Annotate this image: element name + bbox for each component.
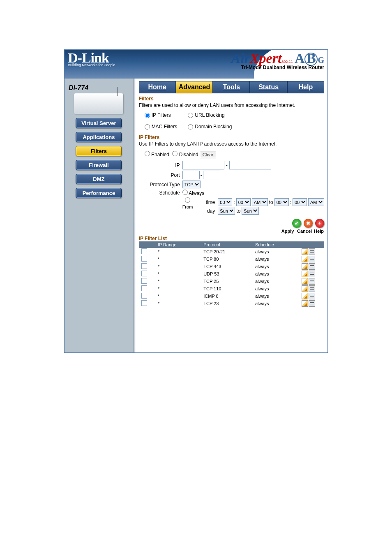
cell-ip: * [155,292,201,300]
label-port: Port [139,172,182,178]
tab-advanced[interactable]: Advanced [176,81,213,93]
radio-ip-filters[interactable]: IP Filters [145,112,178,118]
cancel-button[interactable]: ✖ [304,219,313,228]
row-checkbox[interactable] [141,263,147,269]
edit-icon[interactable] [302,278,308,285]
sidebar-item-dmz[interactable]: DMZ [76,174,122,184]
ip-filter-list-title: IP Filter List [139,236,324,241]
select-time-to-ampm[interactable]: AM [308,198,324,206]
delete-icon[interactable] [309,293,315,299]
product-word-air: Air [231,51,250,66]
radio-mac-filters[interactable]: MAC Filters [145,124,178,130]
tab-home[interactable]: Home [139,81,176,93]
cell-ip: * [155,263,201,270]
row-checkbox[interactable] [141,285,147,291]
edit-icon[interactable] [302,256,308,262]
select-time-to-min[interactable]: 00 [293,198,307,206]
select-time-from-hour[interactable]: 00 [218,198,232,206]
tab-tools[interactable]: Tools [213,81,250,93]
label-protocol: Protocol Type [139,182,182,188]
row-checkbox[interactable] [141,271,147,276]
cell-schedule: always [253,285,299,292]
delete-icon[interactable] [309,300,315,307]
time-to-label: to [269,199,273,205]
sidebar-item-virtual-server[interactable]: Virtual Server [76,118,122,128]
check-icon: ✔ [295,220,299,226]
radio-mac-filters-label: MAC Filters [152,124,178,130]
row-checkbox[interactable] [141,256,147,262]
input-ip-start[interactable] [182,161,224,169]
row-checkbox[interactable] [141,278,147,284]
col-protocol: Protocol [201,241,253,248]
row-checkbox[interactable] [141,293,147,299]
help-button[interactable]: + [315,219,324,228]
sidebar-item-filters[interactable]: Filters [76,146,122,156]
edit-icon[interactable] [302,285,308,292]
radio-url-blocking-label: URL Blocking [195,112,224,118]
edit-icon[interactable] [302,263,308,270]
radio-domain-blocking-input[interactable] [188,124,193,130]
radio-domain-blocking[interactable]: Domain Blocking [188,124,232,130]
row-checkbox[interactable] [141,300,147,306]
apply-button[interactable]: ✔ [292,219,301,228]
section-ipfilters-title: IP Filters [139,134,324,140]
port-dash: - [200,172,203,178]
radio-url-blocking[interactable]: URL Blocking [188,112,232,118]
radio-ip-filters-input[interactable] [145,113,150,118]
cell-protocol: TCP 80 [201,255,253,263]
radio-sched-always[interactable]: Always [182,190,205,196]
sidebar-item-firewall[interactable]: Firewall [76,160,122,170]
sidebar-item-performance[interactable]: Performance [76,188,122,198]
cancel-label: Cancel [297,229,311,234]
router-admin-window: D-Link Building Networks for People Air … [64,49,328,353]
select-time-from-ampm[interactable]: AM [252,198,268,206]
table-row: *TCP 20-21always [139,248,324,255]
select-day-to[interactable]: Sun [242,207,259,215]
sidebar-item-applications[interactable]: Applications [76,132,122,142]
radio-sched-always-input[interactable] [182,190,188,195]
select-protocol[interactable]: TCP [182,181,201,188]
select-time-to-hour[interactable]: 00 [274,198,289,206]
radio-url-blocking-input[interactable] [188,113,193,118]
table-row: *TCP 443always [139,263,324,270]
delete-icon[interactable] [309,248,315,255]
edit-icon[interactable] [302,271,308,277]
select-day-from[interactable]: Sun [218,207,235,215]
delete-icon[interactable] [309,271,315,277]
cell-protocol: TCP 23 [201,300,253,307]
delete-icon[interactable] [309,256,315,262]
radio-enabled[interactable]: Enabled [145,152,169,158]
ip-dash: - [224,162,229,168]
x-icon: ✖ [306,220,310,226]
delete-icon[interactable] [309,278,315,285]
delete-icon[interactable] [309,285,315,292]
input-port-end[interactable] [203,171,220,179]
cell-ip: * [155,285,201,292]
radio-disabled[interactable]: Disabled [172,152,198,158]
col-ip-range: IP Range [155,241,201,248]
select-time-from-min[interactable]: 00 [236,198,251,206]
radio-enabled-input[interactable] [145,151,150,156]
top-tabs: Home Advanced Tools Status Help [139,81,324,93]
tab-help[interactable]: Help [287,81,324,93]
cell-schedule: always [253,270,299,278]
cell-protocol: ICMP 8 [201,292,253,300]
edit-icon[interactable] [302,300,308,307]
radio-sched-from-input[interactable] [185,197,190,203]
radio-disabled-label: Disabled [179,152,198,158]
tab-status[interactable]: Status [250,81,287,93]
input-port-start[interactable] [182,171,200,179]
radio-disabled-input[interactable] [172,151,178,156]
edit-icon[interactable] [302,248,308,255]
table-row: *TCP 110always [139,285,324,292]
clear-button[interactable]: Clear [200,151,216,158]
brand-logo: D-Link [68,52,115,64]
row-checkbox[interactable] [141,248,147,254]
input-ip-end[interactable] [229,161,271,169]
delete-icon[interactable] [309,263,315,270]
cell-ip: * [155,300,201,307]
edit-icon[interactable] [302,293,308,299]
device-image [74,93,123,114]
radio-mac-filters-input[interactable] [145,124,150,130]
cell-protocol: UDP 53 [201,270,253,278]
